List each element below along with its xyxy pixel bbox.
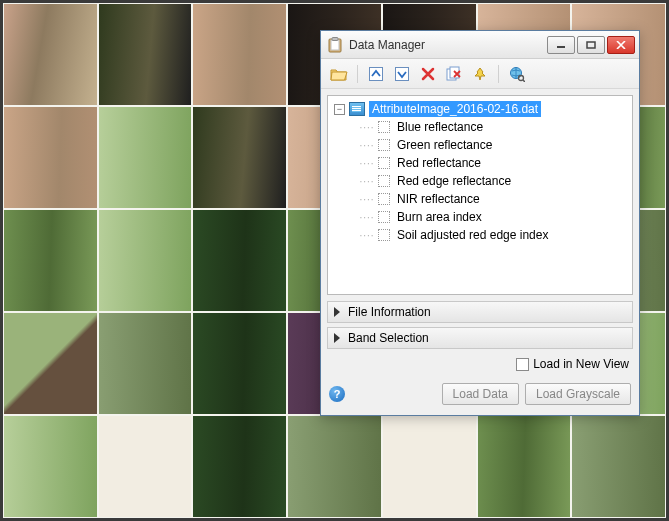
tree-item-label[interactable]: NIR reflectance — [394, 191, 483, 207]
load-new-view-checkbox[interactable] — [516, 358, 529, 371]
tree-connector: ···· — [360, 120, 374, 134]
band-checkbox[interactable] — [378, 211, 390, 223]
band-selection-section[interactable]: Band Selection — [327, 327, 633, 349]
tree-item[interactable]: ···· Soil adjusted red edge index — [360, 226, 628, 244]
tree-item-label[interactable]: Burn area index — [394, 209, 485, 225]
tree-connector: ···· — [360, 210, 374, 224]
maximize-button[interactable] — [577, 36, 605, 54]
collapse-up-icon[interactable] — [366, 64, 386, 84]
tree-connector: ···· — [360, 138, 374, 152]
dataset-icon — [349, 102, 365, 116]
band-checkbox[interactable] — [378, 139, 390, 151]
section-label: File Information — [348, 305, 431, 319]
tree-root[interactable]: − AttributeImage_2016-02-16.dat — [334, 100, 628, 118]
tree-item-label[interactable]: Red edge reflectance — [394, 173, 514, 189]
svg-rect-1 — [331, 40, 339, 50]
separator — [498, 65, 499, 83]
tree-connector: ···· — [360, 156, 374, 170]
load-new-view-label: Load in New View — [533, 357, 629, 371]
svg-rect-2 — [332, 37, 338, 40]
pin-icon[interactable] — [470, 64, 490, 84]
window-controls — [547, 36, 635, 54]
expand-right-icon — [334, 307, 340, 317]
collapse-toggle-icon[interactable]: − — [334, 104, 345, 115]
tree-item-label[interactable]: Green reflectance — [394, 137, 495, 153]
tree-item[interactable]: ···· Red edge reflectance — [360, 172, 628, 190]
load-grayscale-button[interactable]: Load Grayscale — [525, 383, 631, 405]
data-tree[interactable]: − AttributeImage_2016-02-16.dat ···· Blu… — [327, 95, 633, 295]
band-checkbox[interactable] — [378, 157, 390, 169]
band-checkbox[interactable] — [378, 229, 390, 241]
window-title: Data Manager — [349, 38, 541, 52]
tree-item[interactable]: ···· Blue reflectance — [360, 118, 628, 136]
data-manager-window: Data Manager − — [320, 30, 640, 416]
globe-search-icon[interactable] — [507, 64, 527, 84]
svg-rect-3 — [557, 46, 565, 48]
load-new-view-option: Load in New View — [321, 353, 639, 377]
toolbar — [321, 59, 639, 89]
tree-item-label[interactable]: Red reflectance — [394, 155, 484, 171]
footer: ? Load Data Load Grayscale — [321, 377, 639, 415]
tree-item[interactable]: ···· NIR reflectance — [360, 190, 628, 208]
expand-down-icon[interactable] — [392, 64, 412, 84]
tree-item-label[interactable]: Blue reflectance — [394, 119, 486, 135]
section-label: Band Selection — [348, 331, 429, 345]
band-checkbox[interactable] — [378, 193, 390, 205]
load-data-button[interactable]: Load Data — [442, 383, 519, 405]
band-checkbox[interactable] — [378, 175, 390, 187]
tree-item-label[interactable]: Soil adjusted red edge index — [394, 227, 551, 243]
svg-rect-5 — [370, 67, 383, 80]
minimize-button[interactable] — [547, 36, 575, 54]
tree-connector: ···· — [360, 174, 374, 188]
remove-all-icon[interactable] — [444, 64, 464, 84]
expand-right-icon — [334, 333, 340, 343]
tree-root-label[interactable]: AttributeImage_2016-02-16.dat — [369, 101, 541, 117]
help-icon[interactable]: ? — [329, 386, 345, 402]
tree-item[interactable]: ···· Red reflectance — [360, 154, 628, 172]
svg-line-11 — [523, 80, 525, 82]
tree-item[interactable]: ···· Burn area index — [360, 208, 628, 226]
band-checkbox[interactable] — [378, 121, 390, 133]
tree-item[interactable]: ···· Green reflectance — [360, 136, 628, 154]
titlebar[interactable]: Data Manager — [321, 31, 639, 59]
tree-connector: ···· — [360, 192, 374, 206]
svg-rect-4 — [587, 42, 595, 48]
separator — [357, 65, 358, 83]
tree-connector: ···· — [360, 228, 374, 242]
delete-icon[interactable] — [418, 64, 438, 84]
open-folder-icon[interactable] — [329, 64, 349, 84]
svg-rect-6 — [396, 67, 409, 80]
close-button[interactable] — [607, 36, 635, 54]
file-information-section[interactable]: File Information — [327, 301, 633, 323]
clipboard-icon — [327, 37, 343, 53]
